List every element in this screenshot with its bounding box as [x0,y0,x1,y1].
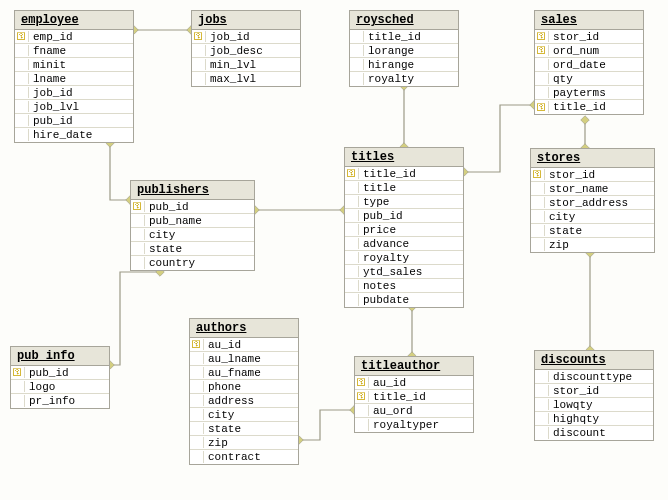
column-sales-qty[interactable]: qty [535,72,643,86]
column-authors-contract[interactable]: contract [190,450,298,464]
column-titles-title[interactable]: title [345,181,463,195]
column-authors-au_fname[interactable]: au_fname [190,366,298,380]
column-sales-stor_id[interactable]: ⚿stor_id [535,30,643,44]
column-discounts-stor_id[interactable]: stor_id [535,384,653,398]
column-authors-au_lname[interactable]: au_lname [190,352,298,366]
column-titleauthor-au_id[interactable]: ⚿au_id [355,376,473,390]
column-jobs-max_lvl[interactable]: max_lvl [192,72,300,86]
table-header-roysched[interactable]: roysched [350,11,458,30]
column-titleauthor-au_ord[interactable]: au_ord [355,404,473,418]
table-roysched[interactable]: royschedtitle_idlorangehirangeroyalty [349,10,459,87]
column-pub_info-pub_id[interactable]: ⚿pub_id [11,366,109,380]
column-sales-title_id[interactable]: ⚿title_id [535,100,643,114]
column-employee-minit[interactable]: minit [15,58,133,72]
table-authors[interactable]: authors⚿au_idau_lnameau_fnamephoneaddres… [189,318,299,465]
table-header-discounts[interactable]: discounts [535,351,653,370]
column-stores-zip[interactable]: zip [531,238,654,252]
column-name: lowqty [549,399,653,411]
column-key-empty [531,225,545,236]
column-authors-phone[interactable]: phone [190,380,298,394]
column-titles-pubdate[interactable]: pubdate [345,293,463,307]
column-titleauthor-title_id[interactable]: ⚿title_id [355,390,473,404]
column-stores-stor_id[interactable]: ⚿stor_id [531,168,654,182]
column-titles-title_id[interactable]: ⚿title_id [345,167,463,181]
column-publishers-pub_id[interactable]: ⚿pub_id [131,200,254,214]
column-stores-city[interactable]: city [531,210,654,224]
table-header-authors[interactable]: authors [190,319,298,338]
column-name: hire_date [29,129,133,141]
column-titles-notes[interactable]: notes [345,279,463,293]
column-name: title_id [359,168,463,180]
table-sales[interactable]: sales⚿stor_id⚿ord_numord_dateqtypayterms… [534,10,644,115]
table-discounts[interactable]: discountsdiscounttypestor_idlowqtyhighqt… [534,350,654,441]
column-authors-address[interactable]: address [190,394,298,408]
column-titles-type[interactable]: type [345,195,463,209]
column-jobs-min_lvl[interactable]: min_lvl [192,58,300,72]
column-discounts-discounttype[interactable]: discounttype [535,370,653,384]
column-employee-hire_date[interactable]: hire_date [15,128,133,142]
table-titleauthor[interactable]: titleauthor⚿au_id⚿title_idau_ordroyaltyp… [354,356,474,433]
column-publishers-country[interactable]: country [131,256,254,270]
table-employee[interactable]: employee⚿emp_idfnameminitlnamejob_idjob_… [14,10,134,143]
column-titles-pub_id[interactable]: pub_id [345,209,463,223]
column-titles-advance[interactable]: advance [345,237,463,251]
column-titles-ytd_sales[interactable]: ytd_sales [345,265,463,279]
column-employee-job_lvl[interactable]: job_lvl [15,100,133,114]
column-pub_info-pr_info[interactable]: pr_info [11,394,109,408]
table-header-pub_info[interactable]: pub_info [11,347,109,366]
column-name: lorange [364,45,458,57]
column-roysched-lorange[interactable]: lorange [350,44,458,58]
column-stores-state[interactable]: state [531,224,654,238]
column-stores-stor_name[interactable]: stor_name [531,182,654,196]
table-titles[interactable]: titles⚿title_idtitletypepub_idpriceadvan… [344,147,464,308]
column-key-empty [15,87,29,98]
column-name: stor_id [549,385,653,397]
column-key-empty [345,238,359,249]
column-sales-payterms[interactable]: payterms [535,86,643,100]
column-employee-lname[interactable]: lname [15,72,133,86]
table-header-sales[interactable]: sales [535,11,643,30]
rel-sales-titles [464,105,534,172]
column-authors-city[interactable]: city [190,408,298,422]
column-authors-state[interactable]: state [190,422,298,436]
column-roysched-royalty[interactable]: royalty [350,72,458,86]
column-employee-emp_id[interactable]: ⚿emp_id [15,30,133,44]
column-discounts-lowqty[interactable]: lowqty [535,398,653,412]
column-roysched-hirange[interactable]: hirange [350,58,458,72]
column-publishers-state[interactable]: state [131,242,254,256]
column-jobs-job_id[interactable]: ⚿job_id [192,30,300,44]
table-header-titles[interactable]: titles [345,148,463,167]
column-publishers-pub_name[interactable]: pub_name [131,214,254,228]
table-header-employee[interactable]: employee [15,11,133,30]
column-employee-fname[interactable]: fname [15,44,133,58]
column-sales-ord_num[interactable]: ⚿ord_num [535,44,643,58]
table-header-stores[interactable]: stores [531,149,654,168]
column-sales-ord_date[interactable]: ord_date [535,58,643,72]
column-name: royalty [359,252,463,264]
column-titles-royalty[interactable]: royalty [345,251,463,265]
column-titles-price[interactable]: price [345,223,463,237]
column-employee-job_id[interactable]: job_id [15,86,133,100]
column-authors-zip[interactable]: zip [190,436,298,450]
table-header-publishers[interactable]: publishers [131,181,254,200]
column-discounts-highqty[interactable]: highqty [535,412,653,426]
column-jobs-job_desc[interactable]: job_desc [192,44,300,58]
column-pub_info-logo[interactable]: logo [11,380,109,394]
table-stores[interactable]: stores⚿stor_idstor_namestor_addresscitys… [530,148,655,253]
table-header-titleauthor[interactable]: titleauthor [355,357,473,376]
column-titleauthor-royaltyper[interactable]: royaltyper [355,418,473,432]
column-name: title [359,182,463,194]
column-authors-au_id[interactable]: ⚿au_id [190,338,298,352]
column-roysched-title_id[interactable]: title_id [350,30,458,44]
column-name: fname [29,45,133,57]
column-key-empty [535,427,549,439]
table-jobs[interactable]: jobs⚿job_idjob_descmin_lvlmax_lvl [191,10,301,87]
column-publishers-city[interactable]: city [131,228,254,242]
column-employee-pub_id[interactable]: pub_id [15,114,133,128]
column-stores-stor_address[interactable]: stor_address [531,196,654,210]
column-name: hirange [364,59,458,71]
table-header-jobs[interactable]: jobs [192,11,300,30]
column-discounts-discount[interactable]: discount [535,426,653,440]
table-pub_info[interactable]: pub_info⚿pub_idlogopr_info [10,346,110,409]
table-publishers[interactable]: publishers⚿pub_idpub_namecitystatecountr… [130,180,255,271]
